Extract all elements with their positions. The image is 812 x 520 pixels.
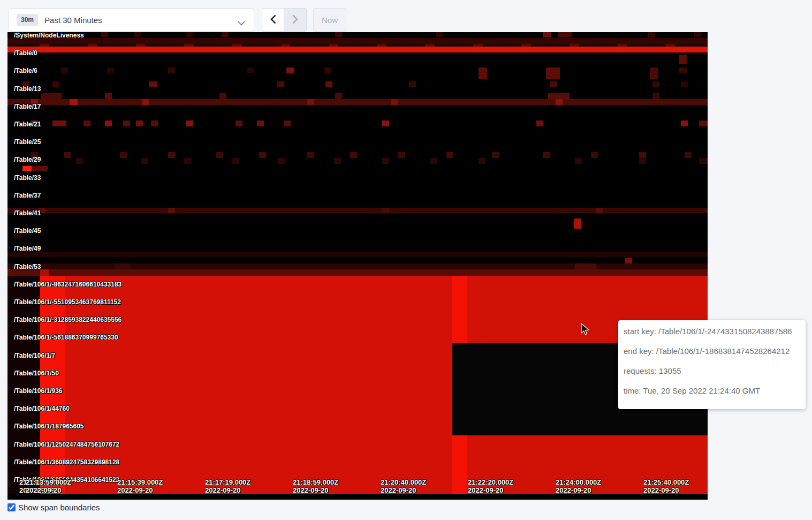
show-span-boundaries-control: Show span boundaries (7, 503, 100, 512)
row-label: /Table/106/1/-3128593822440635556 (14, 315, 122, 324)
heatmap-cell (216, 152, 223, 158)
heatmap-cell (41, 93, 62, 99)
heatmap-cell (550, 81, 557, 87)
prev-time-button[interactable] (262, 8, 284, 32)
time-range-label: Past 30 Minutes (44, 16, 102, 25)
time-nav-group (262, 8, 307, 32)
heatmap-cell (467, 276, 481, 343)
now-button[interactable]: Now (313, 8, 346, 32)
heatmap-cell (168, 208, 175, 213)
heatmap-cell (479, 67, 487, 79)
row-label: /Table/106/1/1250247484756107672 (14, 440, 119, 449)
heatmap-cell (236, 120, 242, 126)
row-label: /Table/106/1/3608924758329898128 (14, 458, 119, 466)
tooltip-line: requests: 13055 (624, 367, 800, 375)
heatmap-cell (574, 218, 581, 229)
row-label: /Table/106/1/-561886370999765330 (14, 333, 118, 342)
heatmap-cell (652, 93, 659, 99)
row-label: /Table/106/1/936 (14, 387, 63, 395)
x-axis-tick: 21:13:59.000Z2022-09-20 (26, 478, 71, 494)
row-label: /Table/106/1/-8632471606610433183 (14, 280, 122, 289)
heatmap-cell (307, 152, 314, 158)
row-label: /Table/21 (14, 120, 41, 129)
heatmap-cell (7, 494, 708, 500)
heatmap-cell (543, 32, 551, 37)
heatmap-cell (492, 152, 499, 158)
heatmap-cell (277, 81, 284, 87)
heatmap-cell (168, 152, 175, 158)
heatmap-cell (596, 208, 603, 213)
heatmap-cell (168, 67, 175, 73)
heatmap-cell (699, 120, 708, 126)
row-label: /Table/25 (14, 138, 41, 146)
heatmap-cell (591, 152, 598, 158)
row-label: /Table/49 (14, 244, 41, 253)
heatmap-cell (473, 44, 483, 47)
heatmap-cell (699, 158, 708, 164)
x-axis-tick: 21:18:59.000Z2022-09-20 (293, 478, 338, 494)
heatmap-cell (681, 120, 688, 126)
heatmap-cell (382, 158, 389, 164)
heatmap-cell (570, 44, 579, 47)
heatmap-cell (259, 152, 266, 158)
heatmap-cell (61, 67, 68, 73)
heatmap-cell (324, 67, 331, 73)
next-time-button[interactable] (284, 8, 307, 32)
x-axis-tick: 21:15:39.000Z2022-09-20 (117, 478, 163, 494)
heatmap-cell (136, 120, 143, 126)
heatmap-cell (639, 158, 646, 164)
heatmap-cell (7, 47, 708, 52)
row-label: /Table/106/1/44760 (14, 404, 70, 413)
x-axis-tick: 21:20:40.000Z2022-09-20 (381, 478, 426, 494)
show-span-boundaries-checkbox[interactable] (7, 503, 16, 511)
heatmap-cell (186, 120, 193, 126)
heatmap-cell (88, 44, 97, 47)
heatmap-cell (430, 158, 437, 164)
heatmap-cell (334, 158, 341, 164)
heatmap-cell (479, 158, 485, 164)
heatmap-cell (84, 120, 90, 126)
heatmap-cell (7, 269, 708, 276)
row-label: /Table/41 (14, 209, 41, 217)
row-label: /Table/106/1/50 (14, 369, 59, 378)
chevron-down-icon (238, 18, 245, 28)
time-range-badge: 30m (17, 14, 38, 26)
heatmap-cell (32, 166, 48, 171)
row-label: /Table/106/1/-5510953463769811152 (14, 298, 121, 306)
heatmap-cell (247, 67, 254, 73)
heatmap-cell (219, 93, 226, 99)
heatmap-cell (134, 32, 141, 37)
mouse-cursor-icon (580, 323, 591, 339)
heatmap-cell (679, 67, 687, 73)
heatmap-cell (76, 158, 83, 164)
row-label: /Table/53 (14, 262, 41, 271)
heatmap-cell (105, 93, 112, 99)
tooltip-line: end key: /Table/106/1/-18683814745282642… (624, 347, 800, 356)
row-label: /System/NodeLiveness (14, 32, 84, 40)
row-label: /Table/33 (14, 174, 41, 182)
heatmap-cell (425, 44, 435, 47)
row-label: /Table/45 (14, 227, 41, 235)
heatmap-cell (105, 120, 112, 126)
heatmap-cell (521, 44, 531, 47)
time-range-dropdown[interactable]: 30m Past 30 Minutes (9, 8, 254, 32)
heatmap-cell (681, 81, 688, 87)
heatmap-cell (335, 93, 342, 99)
heatmap-cell (222, 32, 229, 37)
key-visualizer-heatmap[interactable]: /System/NodeLiveness/Table/0/Table/6/Tab… (7, 32, 708, 500)
heatmap-cell (149, 81, 157, 87)
heatmap-cell (22, 166, 32, 171)
row-label: /Table/0 (14, 49, 37, 57)
tooltip-line: time: Tue, 20 Sep 2022 21:24:40 GMT (624, 387, 800, 395)
heatmap-cell (625, 258, 632, 263)
heatmap-cell (382, 208, 389, 213)
heatmap-cell (391, 99, 398, 105)
heatmap-cell (107, 67, 114, 73)
heatmap-cell (652, 81, 659, 87)
heatmap-cell (679, 55, 687, 64)
heatmap-cell (350, 152, 357, 158)
heatmap-cell (232, 158, 239, 164)
heatmap-cell (151, 120, 158, 126)
heatmap-cell (186, 32, 193, 37)
heatmap-cell (40, 44, 49, 47)
